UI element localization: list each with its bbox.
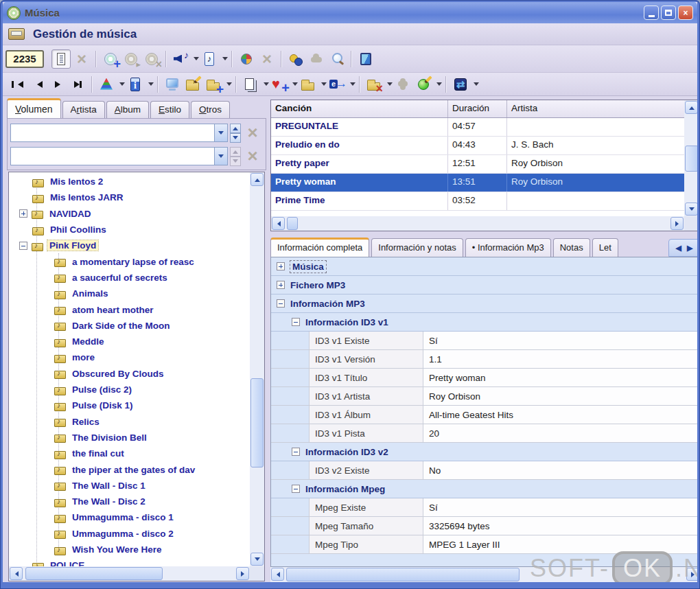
tree-item[interactable]: Wish You Were Here [9, 542, 250, 557]
collapse-minus-icon[interactable] [277, 299, 285, 308]
minimize-button[interactable] [644, 5, 659, 20]
info-field-row[interactable]: ID3 v1 ÁlbumAll-time Geatest Hits [271, 406, 697, 424]
cd-add-button[interactable] [101, 49, 120, 69]
tree-item[interactable]: Mis lentos JARR [9, 189, 250, 205]
filter-combobox-value[interactable] [11, 148, 214, 165]
expand-plus-icon[interactable] [277, 262, 285, 270]
tree-item[interactable]: Relics [9, 414, 250, 430]
title-bar[interactable]: Música × [3, 2, 697, 23]
tree-item[interactable]: NAVIDAD [9, 206, 250, 222]
tree-item[interactable]: Obscured By Clouds [9, 366, 250, 382]
info-tab[interactable]: Notas [553, 238, 590, 257]
info-field-row[interactable]: ID3 v1 ArtistaRoy Orbison [271, 387, 697, 406]
spinner-down-icon[interactable] [230, 133, 241, 143]
tree-item[interactable]: more [9, 349, 250, 365]
songs-hscroll-thumb[interactable] [287, 217, 298, 230]
tree-item[interactable]: The Wall - Disc 2 [9, 494, 250, 509]
dropdown-caret-icon[interactable] [436, 82, 442, 89]
tree-item[interactable]: Meddle [9, 334, 250, 349]
tab-artista[interactable]: Artista [62, 101, 105, 118]
next-button[interactable] [47, 75, 67, 94]
globe-button[interactable] [414, 75, 433, 94]
folder-plus-button[interactable] [204, 75, 223, 94]
info-group-row[interactable]: Información MP3 [271, 294, 697, 313]
info-field-row[interactable]: Mpeg Tamaño3325694 bytes [271, 517, 697, 535]
info-group-row[interactable]: Información ID3 v2 [271, 443, 697, 461]
tab-volumen[interactable]: Volumen [7, 98, 61, 118]
tree-item[interactable]: POLICE [9, 557, 250, 566]
pie-button[interactable] [237, 49, 256, 69]
tab-otros[interactable]: Otros [191, 101, 230, 118]
songs-vscroll-thumb[interactable] [685, 146, 697, 172]
info-field-row[interactable]: Mpeg ExisteSí [271, 498, 697, 517]
column-header-artist[interactable]: Artista [507, 100, 684, 117]
table-row[interactable]: Prime Time03:52 [271, 192, 684, 211]
tree-item[interactable]: Pulse (disc 2) [9, 382, 250, 397]
scroll-left-icon[interactable] [10, 567, 23, 580]
table-row[interactable]: PREGUNTALE04:57 [271, 118, 684, 137]
prev-button[interactable] [27, 75, 46, 94]
tree-vertical-scrollbar[interactable] [250, 172, 264, 566]
tree-item[interactable]: The Wall - Disc 1 [9, 478, 250, 494]
tree-item[interactable]: Phil Coollins [9, 222, 250, 238]
dropdown-caret-icon[interactable] [350, 82, 355, 89]
tree-horizontal-scrollbar[interactable] [9, 566, 250, 581]
filter-spinner[interactable] [230, 124, 241, 142]
list-button[interactable] [51, 49, 71, 69]
dropdown-caret-icon[interactable] [387, 82, 393, 89]
info-field-row[interactable]: ID3 v1 ExisteSí [271, 332, 697, 350]
collapse-minus-icon[interactable] [292, 318, 300, 326]
column-header-duration[interactable]: Duración [448, 100, 507, 117]
tree-vscroll-thumb[interactable] [250, 378, 264, 467]
filter-combobox[interactable] [10, 124, 228, 142]
heart-button[interactable] [270, 75, 289, 94]
tree-item[interactable]: The Division Bell [9, 430, 250, 446]
collapse-minus-icon[interactable] [292, 485, 300, 493]
info-button[interactable] [126, 75, 145, 94]
scroll-left-icon[interactable] [271, 568, 284, 581]
image-button[interactable] [356, 49, 375, 69]
tab-album[interactable]: Album [106, 101, 149, 118]
dropdown-caret-icon[interactable] [264, 82, 269, 89]
tab-scroll-right-icon[interactable]: ▶ [687, 244, 692, 253]
info-group-row[interactable]: Música [271, 257, 697, 276]
table-row[interactable]: Pretty woman13:51Roy Orbison [271, 174, 684, 192]
dropdown-caret-icon[interactable] [194, 57, 199, 63]
combobox-dropdown-icon[interactable] [214, 124, 227, 141]
tab-estilo[interactable]: Estilo [150, 101, 189, 118]
info-hscroll-thumb[interactable] [286, 568, 520, 581]
close-button[interactable]: × [678, 5, 693, 20]
maximize-button[interactable] [661, 5, 676, 20]
info-field-row[interactable]: ID3 v1 TítuloPretty woman [271, 369, 697, 387]
dropdown-caret-icon[interactable] [148, 82, 154, 89]
pyramid-button[interactable] [97, 75, 116, 94]
tab-scroll-left-icon[interactable]: ◀ [676, 244, 681, 253]
tree-item[interactable]: a saucerful of secrets [9, 270, 250, 286]
tree-item[interactable]: Ummagumma - disco 1 [9, 509, 250, 525]
last-button[interactable] [68, 75, 87, 94]
edit-button[interactable] [183, 75, 202, 94]
tree-item[interactable]: Ummagumma - disco 2 [9, 526, 250, 542]
expand-plus-icon[interactable] [277, 281, 285, 289]
scroll-left-icon[interactable] [272, 217, 285, 230]
tree-item[interactable]: Pulse (Disk 1) [9, 397, 250, 413]
binoc-button[interactable] [286, 49, 305, 69]
filter-combobox-value[interactable] [11, 124, 214, 141]
dropdown-caret-icon[interactable] [474, 82, 479, 89]
scroll-up-icon[interactable] [685, 101, 697, 114]
info-group-row[interactable]: Información ID3 v1 [271, 313, 697, 332]
tree-item[interactable]: the piper at the gates of dav [9, 461, 250, 477]
info-tab[interactable]: Let [592, 238, 618, 257]
tab-scroller[interactable]: ◀▶ [668, 239, 697, 257]
collapse-minus-icon[interactable] [292, 448, 300, 456]
copy-button[interactable] [241, 75, 260, 94]
dropdown-caret-icon[interactable] [292, 82, 298, 89]
info-field-row[interactable]: ID3 v1 Pista20 [271, 424, 697, 443]
info-group-row[interactable]: Información Mpeg [271, 480, 697, 498]
table-row[interactable]: Preludio en do04:43J. S. Bach [271, 137, 684, 155]
tree-hscroll-thumb[interactable] [25, 567, 163, 580]
info-group-row[interactable]: Fichero MP3 [271, 276, 697, 294]
scroll-right-icon[interactable] [670, 217, 684, 230]
first-button[interactable] [6, 75, 25, 94]
tree-item[interactable]: Pink Floyd [9, 238, 250, 253]
